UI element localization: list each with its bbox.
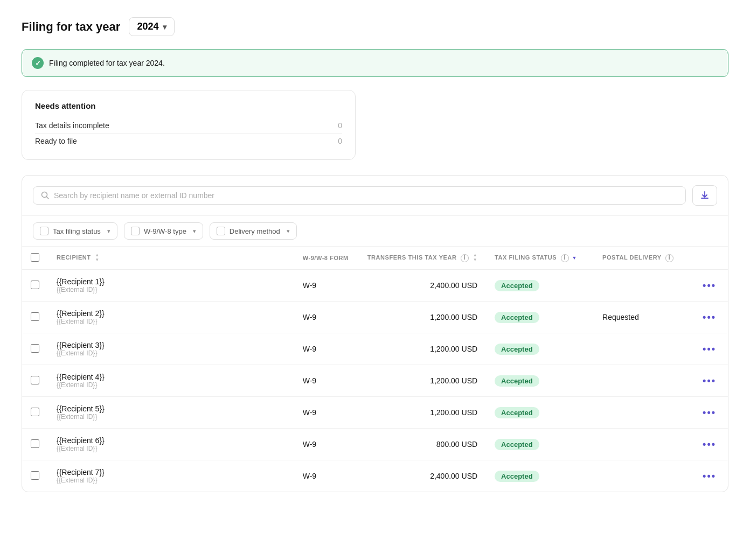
more-options-button[interactable]: ••• bbox=[699, 279, 719, 292]
row-checkbox[interactable] bbox=[31, 376, 39, 384]
year-value: 2024 bbox=[137, 21, 158, 32]
select-all-checkbox[interactable] bbox=[31, 253, 39, 262]
row-checkbox-cell[interactable] bbox=[22, 429, 48, 460]
postal-cell bbox=[594, 270, 691, 302]
recipients-table: RECIPIENT ▲▼ W-9/W-8 FORM TRANSFERS THIS… bbox=[22, 247, 728, 492]
chevron-down-icon: ▾ bbox=[163, 23, 166, 31]
transfers-cell: 800.00 USD bbox=[359, 429, 486, 460]
more-options-button[interactable]: ••• bbox=[699, 374, 719, 388]
attention-label-incomplete: Tax details incomplete bbox=[35, 121, 109, 130]
recipient-cell: {{Recipient 3}} {{External ID}} bbox=[48, 333, 294, 365]
search-bar-row bbox=[22, 176, 728, 216]
search-input[interactable] bbox=[54, 191, 678, 200]
row-checkbox[interactable] bbox=[31, 471, 39, 480]
status-badge: Accepted bbox=[495, 407, 539, 418]
transfers-cell: 1,200.00 USD bbox=[359, 333, 486, 365]
filter-icon-status bbox=[40, 227, 48, 235]
form-cell: W-9 bbox=[294, 365, 359, 397]
row-checkbox-cell[interactable] bbox=[22, 397, 48, 429]
status-badge: Accepted bbox=[495, 375, 539, 387]
info-icon-status[interactable]: i bbox=[561, 254, 569, 262]
postal-cell bbox=[594, 365, 691, 397]
filter-icon-w9 bbox=[131, 227, 140, 235]
form-cell: W-9 bbox=[294, 270, 359, 302]
banner-message: Filing completed for tax year 2024. bbox=[49, 59, 165, 67]
more-options-button[interactable]: ••• bbox=[699, 342, 719, 356]
recipient-cell: {{Recipient 4}} {{External ID}} bbox=[48, 365, 294, 397]
actions-cell[interactable]: ••• bbox=[691, 365, 728, 397]
row-checkbox-cell[interactable] bbox=[22, 460, 48, 492]
recipient-external-id: {{External ID}} bbox=[57, 286, 286, 293]
attention-row-incomplete: Tax details incomplete 0 bbox=[35, 118, 342, 133]
status-badge: Accepted bbox=[495, 280, 539, 291]
row-checkbox[interactable] bbox=[31, 439, 39, 448]
actions-cell[interactable]: ••• bbox=[691, 460, 728, 492]
recipient-cell: {{Recipient 5}} {{External ID}} bbox=[48, 397, 294, 429]
recipient-external-id: {{External ID}} bbox=[57, 477, 286, 484]
actions-cell[interactable]: ••• bbox=[691, 302, 728, 333]
more-options-button[interactable]: ••• bbox=[699, 311, 719, 324]
table-card: Tax filing status ▾ W-9/W-8 type ▾ Deliv… bbox=[22, 175, 728, 492]
actions-cell[interactable]: ••• bbox=[691, 333, 728, 365]
status-badge: Accepted bbox=[495, 471, 539, 482]
filter-icon-delivery bbox=[217, 227, 225, 235]
recipient-external-id: {{External ID}} bbox=[57, 445, 286, 452]
sort-icon-transfers[interactable]: ▲▼ bbox=[473, 253, 477, 263]
form-cell: W-9 bbox=[294, 397, 359, 429]
filter-label-delivery: Delivery method bbox=[230, 227, 280, 235]
recipient-external-id: {{External ID}} bbox=[57, 318, 286, 325]
table-row: {{Recipient 5}} {{External ID}} W-9 1,20… bbox=[22, 397, 728, 429]
filter-w9-w8-type[interactable]: W-9/W-8 type ▾ bbox=[124, 222, 203, 240]
info-icon-postal[interactable]: i bbox=[665, 254, 673, 262]
row-checkbox[interactable] bbox=[31, 344, 39, 353]
table-row: {{Recipient 2}} {{External ID}} W-9 1,20… bbox=[22, 302, 728, 333]
transfers-cell: 1,200.00 USD bbox=[359, 365, 486, 397]
table-row: {{Recipient 3}} {{External ID}} W-9 1,20… bbox=[22, 333, 728, 365]
search-input-wrap bbox=[33, 186, 686, 205]
download-button[interactable] bbox=[692, 185, 717, 206]
postal-value: Requested bbox=[602, 313, 639, 321]
recipient-name: {{Recipient 2}} bbox=[57, 309, 286, 318]
row-checkbox-cell[interactable] bbox=[22, 302, 48, 333]
form-cell: W-9 bbox=[294, 333, 359, 365]
recipient-external-id: {{External ID}} bbox=[57, 381, 286, 389]
recipient-cell: {{Recipient 7}} {{External ID}} bbox=[48, 460, 294, 492]
recipient-cell: {{Recipient 2}} {{External ID}} bbox=[48, 302, 294, 333]
filter-label-w9: W-9/W-8 type bbox=[144, 227, 186, 235]
needs-attention-card: Needs attention Tax details incomplete 0… bbox=[22, 90, 356, 160]
recipient-cell: {{Recipient 6}} {{External ID}} bbox=[48, 429, 294, 460]
success-banner: Filing completed for tax year 2024. bbox=[22, 49, 728, 77]
form-cell: W-9 bbox=[294, 302, 359, 333]
filters-row: Tax filing status ▾ W-9/W-8 type ▾ Deliv… bbox=[22, 216, 728, 247]
more-options-button[interactable]: ••• bbox=[699, 438, 719, 451]
filter-delivery-method[interactable]: Delivery method ▾ bbox=[210, 222, 297, 240]
th-select-all[interactable] bbox=[22, 247, 48, 270]
row-checkbox-cell[interactable] bbox=[22, 270, 48, 302]
filter-icon-status-th[interactable]: ▼ bbox=[572, 255, 577, 261]
th-recipient: RECIPIENT ▲▼ bbox=[48, 247, 294, 270]
filter-label-status: Tax filing status bbox=[53, 227, 101, 235]
svg-line-1 bbox=[47, 197, 49, 199]
row-checkbox[interactable] bbox=[31, 281, 39, 289]
status-cell: Accepted bbox=[486, 365, 594, 397]
row-checkbox[interactable] bbox=[31, 312, 39, 321]
download-icon bbox=[699, 190, 710, 201]
sort-icon-recipient[interactable]: ▲▼ bbox=[95, 253, 99, 263]
year-dropdown[interactable]: 2024 ▾ bbox=[129, 17, 175, 36]
recipient-name: {{Recipient 1}} bbox=[57, 277, 286, 286]
actions-cell[interactable]: ••• bbox=[691, 270, 728, 302]
actions-cell[interactable]: ••• bbox=[691, 397, 728, 429]
page-header: Filing for tax year 2024 ▾ bbox=[22, 17, 728, 36]
row-checkbox-cell[interactable] bbox=[22, 365, 48, 397]
th-postal: POSTAL DELIVERY i bbox=[594, 247, 691, 270]
success-icon bbox=[32, 57, 44, 69]
table-row: {{Recipient 4}} {{External ID}} W-9 1,20… bbox=[22, 365, 728, 397]
filter-tax-filing-status[interactable]: Tax filing status ▾ bbox=[33, 222, 117, 240]
row-checkbox-cell[interactable] bbox=[22, 333, 48, 365]
row-checkbox[interactable] bbox=[31, 408, 39, 416]
chevron-down-icon: ▾ bbox=[107, 228, 110, 235]
more-options-button[interactable]: ••• bbox=[699, 406, 719, 419]
actions-cell[interactable]: ••• bbox=[691, 429, 728, 460]
info-icon-transfers[interactable]: i bbox=[461, 254, 469, 262]
more-options-button[interactable]: ••• bbox=[699, 470, 719, 483]
